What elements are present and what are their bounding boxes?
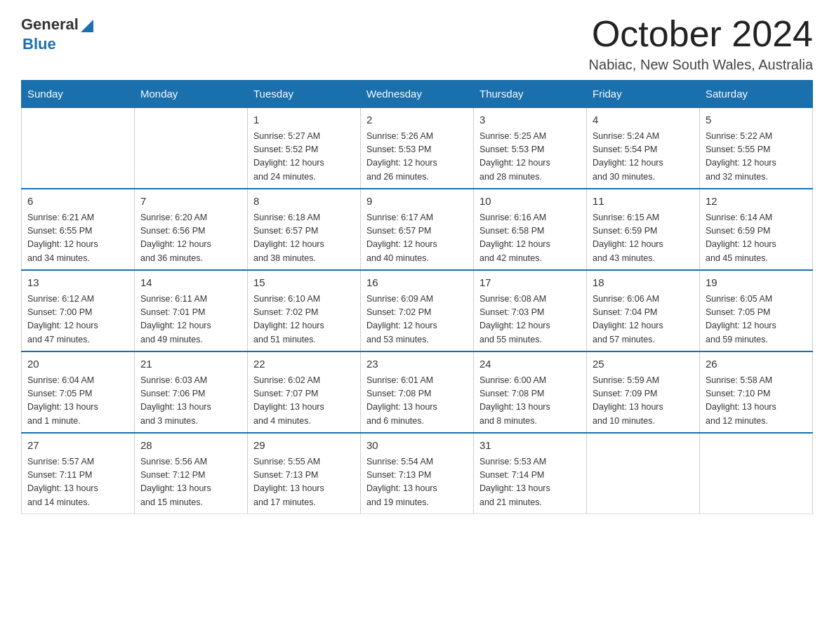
day-number: 6 — [27, 194, 128, 210]
day-info: Sunrise: 6:11 AM Sunset: 7:01 PM Dayligh… — [140, 293, 241, 347]
calendar-day-cell: 4Sunrise: 5:24 AM Sunset: 5:54 PM Daylig… — [587, 107, 700, 189]
day-info: Sunrise: 5:25 AM Sunset: 5:53 PM Dayligh… — [479, 130, 581, 185]
calendar-week-row: 1Sunrise: 5:27 AM Sunset: 5:52 PM Daylig… — [22, 107, 813, 189]
day-info: Sunrise: 5:57 AM Sunset: 7:11 PM Dayligh… — [27, 455, 128, 510]
calendar-day-cell: 2Sunrise: 5:26 AM Sunset: 5:53 PM Daylig… — [361, 107, 474, 189]
day-number: 8 — [253, 194, 355, 210]
calendar-day-cell: 21Sunrise: 6:03 AM Sunset: 7:06 PM Dayli… — [135, 351, 248, 433]
calendar-day-cell: 5Sunrise: 5:22 AM Sunset: 5:55 PM Daylig… — [700, 107, 813, 189]
day-number: 14 — [140, 275, 241, 291]
day-number: 29 — [253, 438, 355, 454]
day-number: 18 — [593, 275, 694, 291]
calendar-day-cell: 28Sunrise: 5:56 AM Sunset: 7:12 PM Dayli… — [135, 433, 248, 514]
calendar-day-cell: 14Sunrise: 6:11 AM Sunset: 7:01 PM Dayli… — [135, 270, 248, 351]
day-info: Sunrise: 6:06 AM Sunset: 7:04 PM Dayligh… — [593, 293, 694, 347]
day-number: 27 — [27, 438, 128, 454]
day-number: 23 — [366, 356, 468, 373]
day-number: 25 — [593, 356, 694, 373]
subtitle: Nabiac, New South Wales, Australia — [589, 57, 813, 73]
day-info: Sunrise: 6:17 AM Sunset: 6:57 PM Dayligh… — [366, 211, 468, 266]
calendar-day-cell: 29Sunrise: 5:55 AM Sunset: 7:13 PM Dayli… — [248, 433, 361, 514]
day-number: 4 — [593, 112, 694, 128]
calendar-day-cell: 16Sunrise: 6:09 AM Sunset: 7:02 PM Dayli… — [361, 270, 474, 351]
calendar-week-row: 27Sunrise: 5:57 AM Sunset: 7:11 PM Dayli… — [22, 433, 813, 514]
day-info: Sunrise: 6:21 AM Sunset: 6:55 PM Dayligh… — [27, 211, 128, 266]
logo-blue-text: Blue — [22, 35, 93, 53]
day-number: 16 — [366, 275, 468, 291]
day-number: 19 — [706, 275, 807, 291]
day-info: Sunrise: 6:09 AM Sunset: 7:02 PM Dayligh… — [366, 293, 468, 347]
calendar-day-cell: 13Sunrise: 6:12 AM Sunset: 7:00 PM Dayli… — [22, 270, 135, 351]
day-number: 1 — [253, 112, 355, 128]
calendar-day-cell — [22, 107, 135, 189]
day-info: Sunrise: 6:03 AM Sunset: 7:06 PM Dayligh… — [140, 374, 241, 429]
calendar-day-cell: 26Sunrise: 5:58 AM Sunset: 7:10 PM Dayli… — [700, 351, 813, 433]
day-number: 20 — [27, 356, 128, 373]
calendar-week-row: 20Sunrise: 6:04 AM Sunset: 7:05 PM Dayli… — [22, 351, 813, 433]
calendar-day-cell: 7Sunrise: 6:20 AM Sunset: 6:56 PM Daylig… — [135, 189, 248, 270]
calendar-day-cell: 24Sunrise: 6:00 AM Sunset: 7:08 PM Dayli… — [474, 351, 587, 433]
calendar-day-cell: 27Sunrise: 5:57 AM Sunset: 7:11 PM Dayli… — [22, 433, 135, 514]
calendar-day-cell: 25Sunrise: 5:59 AM Sunset: 7:09 PM Dayli… — [587, 351, 700, 433]
day-number: 9 — [366, 194, 468, 210]
calendar-day-cell: 30Sunrise: 5:54 AM Sunset: 7:13 PM Dayli… — [361, 433, 474, 514]
calendar-day-cell: 19Sunrise: 6:05 AM Sunset: 7:05 PM Dayli… — [700, 270, 813, 351]
day-number: 17 — [479, 275, 581, 291]
day-number: 15 — [253, 275, 355, 291]
calendar-day-cell: 22Sunrise: 6:02 AM Sunset: 7:07 PM Dayli… — [248, 351, 361, 433]
logo-general-text: General — [21, 15, 79, 34]
day-number: 2 — [366, 112, 468, 128]
day-number: 22 — [253, 356, 355, 373]
calendar-day-cell: 10Sunrise: 6:16 AM Sunset: 6:58 PM Dayli… — [474, 189, 587, 270]
calendar-weekday-header: Sunday — [22, 81, 135, 108]
calendar-day-cell: 17Sunrise: 6:08 AM Sunset: 7:03 PM Dayli… — [474, 270, 587, 351]
day-info: Sunrise: 6:00 AM Sunset: 7:08 PM Dayligh… — [479, 374, 581, 429]
day-info: Sunrise: 6:14 AM Sunset: 6:59 PM Dayligh… — [706, 211, 807, 266]
calendar-day-cell: 1Sunrise: 5:27 AM Sunset: 5:52 PM Daylig… — [248, 107, 361, 189]
title-section: October 2024 Nabiac, New South Wales, Au… — [589, 14, 813, 73]
calendar-weekday-header: Saturday — [700, 81, 813, 108]
calendar-day-cell: 23Sunrise: 6:01 AM Sunset: 7:08 PM Dayli… — [361, 351, 474, 433]
day-number: 11 — [593, 194, 694, 210]
calendar-day-cell — [587, 433, 700, 514]
day-info: Sunrise: 6:02 AM Sunset: 7:07 PM Dayligh… — [253, 374, 355, 429]
calendar-day-cell: 9Sunrise: 6:17 AM Sunset: 6:57 PM Daylig… — [361, 189, 474, 270]
day-info: Sunrise: 5:55 AM Sunset: 7:13 PM Dayligh… — [253, 455, 355, 510]
main-title: October 2024 — [589, 14, 813, 54]
day-number: 24 — [479, 356, 581, 373]
day-info: Sunrise: 6:10 AM Sunset: 7:02 PM Dayligh… — [253, 293, 355, 347]
day-info: Sunrise: 5:56 AM Sunset: 7:12 PM Dayligh… — [140, 455, 241, 510]
day-number: 13 — [27, 275, 128, 291]
calendar-day-cell — [700, 433, 813, 514]
day-number: 5 — [706, 112, 807, 128]
svg-marker-0 — [81, 20, 93, 32]
day-info: Sunrise: 5:59 AM Sunset: 7:09 PM Dayligh… — [593, 374, 694, 429]
day-number: 3 — [479, 112, 581, 128]
calendar-day-cell: 11Sunrise: 6:15 AM Sunset: 6:59 PM Dayli… — [587, 189, 700, 270]
day-info: Sunrise: 6:08 AM Sunset: 7:03 PM Dayligh… — [479, 293, 581, 347]
calendar-day-cell: 31Sunrise: 5:53 AM Sunset: 7:14 PM Dayli… — [474, 433, 587, 514]
logo: General Blue — [21, 14, 93, 53]
calendar-weekday-header: Thursday — [474, 81, 587, 108]
day-info: Sunrise: 6:16 AM Sunset: 6:58 PM Dayligh… — [479, 211, 581, 266]
day-number: 28 — [140, 438, 241, 454]
calendar-table: SundayMondayTuesdayWednesdayThursdayFrid… — [21, 80, 813, 514]
calendar-day-cell: 20Sunrise: 6:04 AM Sunset: 7:05 PM Dayli… — [22, 351, 135, 433]
calendar-day-cell: 18Sunrise: 6:06 AM Sunset: 7:04 PM Dayli… — [587, 270, 700, 351]
day-info: Sunrise: 6:01 AM Sunset: 7:08 PM Dayligh… — [366, 374, 468, 429]
day-info: Sunrise: 6:18 AM Sunset: 6:57 PM Dayligh… — [253, 211, 355, 266]
calendar-weekday-header: Monday — [135, 81, 248, 108]
calendar-weekday-header: Wednesday — [361, 81, 474, 108]
day-info: Sunrise: 6:04 AM Sunset: 7:05 PM Dayligh… — [27, 374, 128, 429]
day-info: Sunrise: 5:22 AM Sunset: 5:55 PM Dayligh… — [706, 130, 807, 185]
day-info: Sunrise: 5:27 AM Sunset: 5:52 PM Dayligh… — [253, 130, 355, 185]
day-info: Sunrise: 6:20 AM Sunset: 6:56 PM Dayligh… — [140, 211, 241, 266]
day-info: Sunrise: 6:12 AM Sunset: 7:00 PM Dayligh… — [27, 293, 128, 347]
calendar-weekday-header: Friday — [587, 81, 700, 108]
calendar-week-row: 13Sunrise: 6:12 AM Sunset: 7:00 PM Dayli… — [22, 270, 813, 351]
day-info: Sunrise: 5:53 AM Sunset: 7:14 PM Dayligh… — [479, 455, 581, 510]
calendar-day-cell: 15Sunrise: 6:10 AM Sunset: 7:02 PM Dayli… — [248, 270, 361, 351]
calendar-weekday-header: Tuesday — [248, 81, 361, 108]
logo-arrow-icon — [81, 17, 93, 32]
calendar-day-cell: 6Sunrise: 6:21 AM Sunset: 6:55 PM Daylig… — [22, 189, 135, 270]
